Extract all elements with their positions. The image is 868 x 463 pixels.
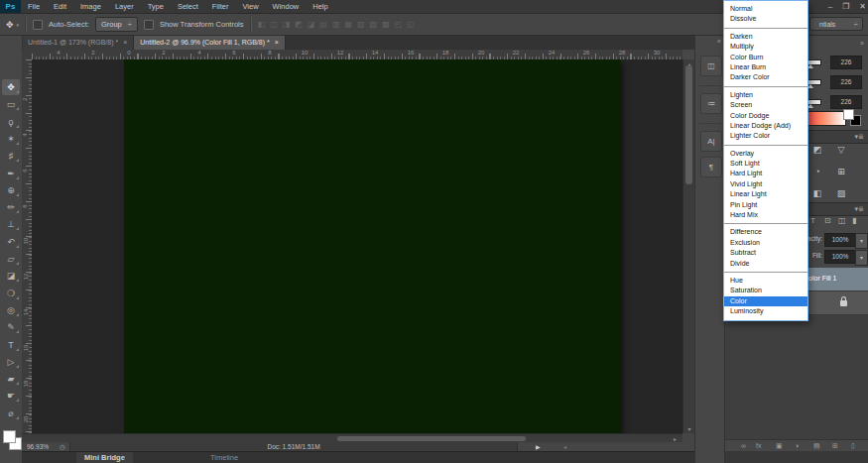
fill-dropdown-icon[interactable]: ▾ — [855, 250, 868, 266]
align-icon[interactable]: ▩ — [382, 20, 390, 29]
align-icon[interactable]: ◱ — [407, 20, 415, 29]
blend-mode-option[interactable]: Normal — [724, 4, 807, 14]
tool-button[interactable]: ↶ — [2, 234, 20, 250]
tool-button[interactable]: ✶ — [2, 131, 20, 147]
tool-button[interactable]: ⌀ — [2, 405, 20, 421]
menu-item[interactable]: Image — [73, 0, 108, 13]
blend-mode-option[interactable]: Lighter Color — [724, 131, 807, 141]
align-icon[interactable]: ▧ — [357, 20, 365, 29]
document-tab[interactable]: Untitled-1 @ 173% (RGB/8) * × — [22, 36, 134, 50]
layer-filter-icon[interactable]: ▮ — [852, 216, 856, 225]
adjustment-icon[interactable]: ◔ — [810, 166, 824, 178]
blend-mode-option[interactable]: Multiply — [724, 42, 807, 52]
tool-button[interactable]: ⊕ — [2, 182, 20, 198]
blend-mode-option[interactable]: Hard Light — [724, 169, 807, 178]
tool-button[interactable]: ▭ — [2, 96, 20, 112]
tool-button[interactable]: ✏ — [2, 199, 20, 215]
menu-item[interactable]: Type — [141, 0, 171, 13]
blend-mode-option[interactable]: Linear Dodge (Add) — [724, 121, 807, 131]
align-icon[interactable]: ▦ — [344, 20, 352, 29]
menu-item[interactable]: Edit — [47, 0, 73, 13]
current-tool-button[interactable]: ✥ ▾ — [6, 20, 19, 30]
blend-mode-option[interactable]: Saturation — [724, 286, 807, 295]
blend-mode-option[interactable]: Linear Burn — [724, 62, 807, 72]
align-icon[interactable]: ▨ — [370, 20, 378, 29]
adjustment-icon[interactable]: ⊞ — [834, 166, 848, 178]
blend-mode-option[interactable]: Exclusion — [724, 238, 807, 248]
blend-mode-option[interactable]: Color Dodge — [724, 111, 807, 121]
blend-mode-option[interactable]: Difference — [724, 227, 807, 237]
tool-button[interactable]: ✎ — [2, 319, 20, 335]
bottom-panel-tab[interactable]: Timeline — [202, 452, 246, 463]
adjustment-icon[interactable]: ▽ — [834, 144, 848, 157]
blend-mode-option[interactable]: Vivid Light — [724, 179, 807, 189]
tool-button[interactable]: ☛ — [2, 388, 20, 404]
blend-mode-option[interactable]: Linear Light — [724, 189, 807, 199]
panel-menu-icon[interactable]: ▾≣ — [855, 205, 864, 213]
tool-button[interactable]: ♯ — [2, 148, 20, 164]
menu-item[interactable]: File — [21, 0, 47, 13]
align-icon[interactable]: ◧ — [258, 20, 266, 29]
tool-button[interactable]: ✒ — [2, 166, 20, 181]
tool-button[interactable]: ❍ — [2, 286, 20, 301]
window-control-button[interactable]: – — [828, 2, 832, 11]
collapse-to-icons-icon[interactable]: » — [860, 40, 864, 47]
menu-item[interactable]: Help — [306, 0, 334, 13]
expand-panels-icon[interactable]: « — [717, 38, 721, 45]
scroll-right-icon[interactable]: ▸ — [674, 435, 677, 442]
menu-item[interactable]: Select — [171, 0, 205, 13]
panel-menu-icon[interactable]: ▾≣ — [855, 133, 864, 141]
foreground-color-swatch[interactable] — [843, 109, 854, 120]
color-value-field[interactable]: 226 — [830, 75, 862, 89]
adjustment-icon[interactable]: ◩ — [810, 144, 824, 157]
blend-mode-option[interactable]: Screen — [724, 100, 807, 110]
workspace-essentials-button[interactable]: ntials ÷ — [809, 17, 863, 31]
align-icon[interactable]: ◩ — [295, 20, 303, 29]
blend-mode-option[interactable]: Pin Light — [724, 200, 807, 210]
status-flyout-icon[interactable]: ▶ — [536, 443, 541, 450]
canvas[interactable] — [124, 59, 620, 433]
show-transform-checkbox[interactable] — [144, 20, 154, 30]
tool-button[interactable]: ◪ — [2, 268, 20, 284]
tool-button[interactable]: ⊥ — [2, 216, 20, 232]
color-value-field[interactable]: 226 — [830, 56, 862, 69]
blend-mode-option[interactable]: Color Burn — [724, 53, 807, 62]
window-control-button[interactable]: ❐ — [842, 2, 849, 11]
blend-mode-option[interactable]: Lighten — [724, 90, 807, 100]
align-icon[interactable]: ▤ — [319, 20, 327, 29]
layer-filter-icon[interactable]: T — [810, 216, 815, 225]
fill-field[interactable]: 100% — [824, 250, 856, 264]
layer-filter-icon[interactable]: ⊡ — [824, 216, 831, 225]
tool-button[interactable]: ▰ — [2, 371, 20, 387]
blend-mode-option[interactable]: Soft Light — [724, 159, 807, 169]
menu-item[interactable]: Layer — [108, 0, 141, 13]
tool-button[interactable]: T — [2, 337, 20, 353]
align-icon[interactable]: ◰ — [395, 20, 403, 29]
dock-panel-icon[interactable]: A| — [700, 131, 722, 152]
align-icon[interactable]: ◫ — [270, 20, 278, 29]
tool-button[interactable]: ϙ — [2, 114, 20, 130]
align-icon[interactable]: ◨ — [283, 20, 291, 29]
blend-mode-option[interactable]: Dissolve — [724, 14, 807, 24]
layer-name[interactable]: Color Fill 1 — [804, 275, 836, 282]
blend-mode-option[interactable]: Color — [724, 296, 807, 306]
align-icon[interactable]: ▥ — [332, 20, 340, 29]
opacity-field[interactable]: 100% — [824, 233, 856, 247]
close-icon[interactable]: × — [275, 36, 279, 50]
blend-mode-option[interactable]: Darker Color — [724, 72, 807, 82]
dock-panel-icon[interactable]: ≔ — [700, 93, 722, 114]
foreground-color-swatch[interactable] — [3, 430, 16, 443]
dock-panel-icon[interactable]: ¶ — [700, 157, 722, 177]
menu-item[interactable]: Window — [266, 0, 307, 13]
menu-item[interactable]: Filter — [205, 0, 236, 13]
adjustment-icon[interactable]: ◧ — [810, 187, 824, 200]
tool-button[interactable]: ▷ — [2, 354, 20, 370]
tool-button[interactable]: ✥ — [2, 79, 20, 95]
blend-mode-option[interactable]: Divide — [724, 259, 807, 269]
layer-filter-icon[interactable]: ◫ — [838, 216, 846, 225]
blend-mode-option[interactable]: Overlay — [724, 149, 807, 159]
tool-button[interactable]: ▱ — [2, 251, 20, 267]
auto-select-checkbox[interactable] — [33, 20, 43, 30]
scrollbar-thumb[interactable] — [685, 65, 692, 184]
blend-mode-option[interactable]: Darken — [724, 32, 807, 42]
